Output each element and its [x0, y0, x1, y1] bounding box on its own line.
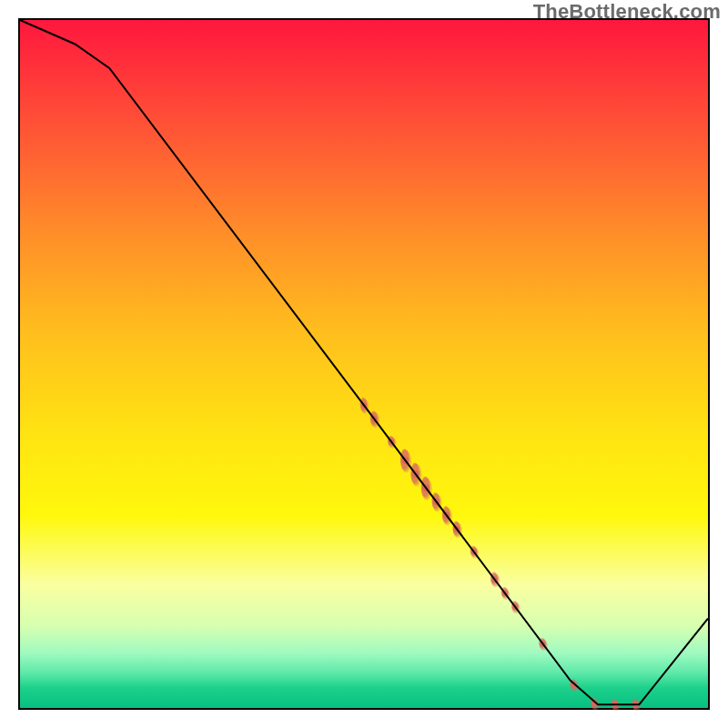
- plot-area: [18, 18, 710, 710]
- bottleneck-curve: [20, 20, 708, 704]
- chart-svg: [20, 20, 708, 708]
- scatter-layer: [360, 398, 641, 711]
- chart-container: TheBottleneck.com: [0, 0, 728, 728]
